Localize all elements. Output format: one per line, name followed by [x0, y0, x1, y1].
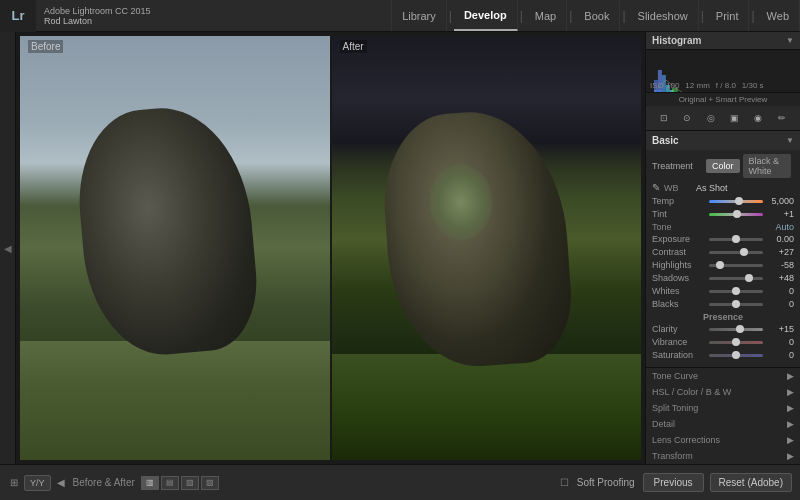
blacks-row: Blacks 0	[652, 299, 794, 309]
lens-corrections-label: Lens Corrections	[652, 435, 720, 445]
whites-row: Whites 0	[652, 286, 794, 296]
view-btns: ▥ ▤ ▧ ▨	[141, 476, 219, 490]
wb-label: WB	[664, 183, 694, 193]
histogram-header[interactable]: Histogram ▼	[646, 32, 800, 50]
saturation-track[interactable]	[709, 354, 763, 357]
nav-map[interactable]: Map	[525, 0, 567, 31]
split-toning-section[interactable]: Split Toning ▶	[646, 400, 800, 416]
previous-btn[interactable]: Previous	[643, 473, 704, 492]
vibrance-row: Vibrance 0	[652, 337, 794, 347]
left-panel[interactable]: ◀	[0, 32, 16, 464]
crop-tool[interactable]: ⊡	[656, 110, 672, 126]
treatment-label: Treatment	[652, 161, 706, 171]
highlights-track[interactable]	[709, 264, 763, 267]
wb-value: As Shot	[696, 183, 728, 193]
nav-web[interactable]: Web	[757, 0, 800, 31]
exposure-track[interactable]	[709, 238, 763, 241]
bw-btn[interactable]: Black & White	[743, 154, 791, 178]
left-panel-arrow[interactable]: ◀	[4, 243, 12, 254]
tint-label: Tint	[652, 209, 706, 219]
radial-tool[interactable]: ◉	[750, 110, 766, 126]
tone-curve-section[interactable]: Tone Curve ▶	[646, 368, 800, 384]
center-panel: Before After	[16, 32, 645, 464]
contrast-row: Contrast +27	[652, 247, 794, 257]
treatment-row: Treatment Color Black & White	[652, 154, 794, 178]
soft-proofing-label: Soft Proofing	[575, 475, 637, 490]
tint-value: +1	[766, 209, 794, 219]
blacks-track[interactable]	[709, 303, 763, 306]
auto-btn[interactable]: Auto	[775, 222, 794, 232]
reset-btn[interactable]: Reset (Adobe)	[710, 473, 792, 492]
hsl-label: HSL / Color / B & W	[652, 387, 731, 397]
highlights-label: Highlights	[652, 260, 706, 270]
color-btn[interactable]: Color	[706, 159, 740, 173]
left-caret[interactable]: ◀	[55, 475, 67, 490]
transform-section[interactable]: Transform ▶	[646, 448, 800, 464]
bottom-bar: ⊞ Y/Y ◀ Before & After ▥ ▤ ▧ ▨ ☐ Soft Pr…	[0, 464, 800, 500]
exposure-value: 0.00	[766, 234, 794, 244]
blacks-value: 0	[766, 299, 794, 309]
mode-btn[interactable]: Y/Y	[24, 475, 51, 491]
basic-section-header[interactable]: Basic ▼	[646, 131, 800, 150]
healing-tool[interactable]: ⊙	[679, 110, 695, 126]
before-photo	[20, 36, 330, 460]
histogram-title: Histogram	[652, 35, 701, 46]
after-panel: After	[332, 36, 642, 460]
saturation-value: 0	[766, 350, 794, 360]
tone-label: Tone	[652, 222, 672, 232]
shadows-track[interactable]	[709, 277, 763, 280]
presence-header: Presence	[652, 312, 794, 322]
contrast-track[interactable]	[709, 251, 763, 254]
whites-label: Whites	[652, 286, 706, 296]
detail-section[interactable]: Detail ▶	[646, 416, 800, 432]
after-photo	[332, 36, 642, 460]
tint-row: Tint +1	[652, 209, 794, 219]
app-info: Adobe Lightroom CC 2015 Rod Lawton	[36, 6, 159, 26]
nav-slideshow[interactable]: Slideshow	[628, 0, 699, 31]
grid-icon[interactable]: ⊞	[8, 475, 20, 490]
view-overlay-2[interactable]: ▨	[201, 476, 219, 490]
shadows-row: Shadows +48	[652, 273, 794, 283]
clarity-label: Clarity	[652, 324, 706, 334]
nav-develop[interactable]: Develop	[454, 0, 518, 31]
basic-section-content: Treatment Color Black & White ✎ WB As Sh…	[646, 150, 800, 367]
soft-proofing-icon[interactable]: ☐	[558, 475, 571, 490]
temp-label: Temp	[652, 196, 706, 206]
hist-info: ISO 100 12 mm f / 8.0 1/30 s	[650, 81, 764, 90]
hsl-section[interactable]: HSL / Color / B & W ▶	[646, 384, 800, 400]
images-area: Before After	[16, 32, 645, 464]
before-label: Before	[28, 40, 63, 53]
tone-header: Tone Auto	[652, 222, 794, 232]
histogram-arrow: ▼	[786, 36, 794, 45]
gradient-tool[interactable]: ▣	[727, 110, 743, 126]
saturation-row: Saturation 0	[652, 350, 794, 360]
lens-corrections-section[interactable]: Lens Corrections ▶	[646, 432, 800, 448]
temp-track[interactable]	[709, 200, 763, 203]
view-overlay-1[interactable]: ▧	[181, 476, 199, 490]
view-side-by-side[interactable]: ▥	[141, 476, 159, 490]
view-split[interactable]: ▤	[161, 476, 179, 490]
nav-print[interactable]: Print	[706, 0, 750, 31]
brush-tool[interactable]: ✏	[774, 110, 790, 126]
shadows-label: Shadows	[652, 273, 706, 283]
clarity-row: Clarity +15	[652, 324, 794, 334]
whites-track[interactable]	[709, 290, 763, 293]
redeye-tool[interactable]: ◎	[703, 110, 719, 126]
nav-book[interactable]: Book	[574, 0, 620, 31]
vibrance-track[interactable]	[709, 341, 763, 344]
nav-library[interactable]: Library	[391, 0, 447, 31]
top-nav: Library | Develop | Map | Book | Slidesh…	[391, 0, 800, 31]
top-bar: Lr Adobe Lightroom CC 2015 Rod Lawton Li…	[0, 0, 800, 32]
basic-section-title: Basic	[652, 135, 679, 146]
main-layout: ◀ Before After	[0, 32, 800, 464]
bottom-right: Previous Reset (Adobe)	[643, 473, 792, 492]
smart-preview: Original + Smart Preview	[646, 92, 800, 106]
wb-icon: ✎	[652, 182, 660, 193]
lr-logo: Lr	[0, 0, 36, 32]
hist-focal: 12 mm	[685, 81, 709, 90]
temp-row: Temp 5,000	[652, 196, 794, 206]
saturation-label: Saturation	[652, 350, 706, 360]
histogram-area: ISO 100 12 mm f / 8.0 1/30 s	[646, 50, 800, 92]
clarity-track[interactable]	[709, 328, 763, 331]
tint-track[interactable]	[709, 213, 763, 216]
